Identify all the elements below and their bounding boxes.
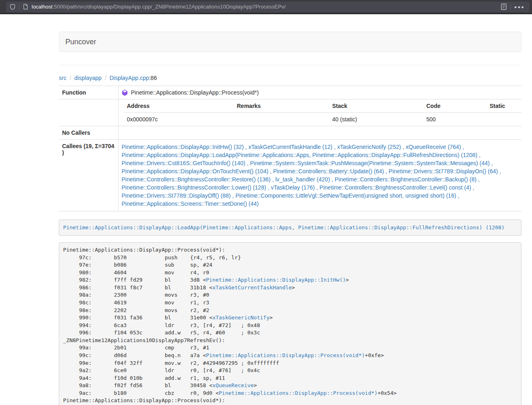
callee-link[interactable]: Pinetime::Applications::Screens::Timer::… [122, 200, 259, 207]
breadcrumb-link-displayapp[interactable]: displayapp [74, 75, 101, 81]
breadcrumb-separator: / [67, 75, 75, 81]
shield-icon [9, 4, 16, 10]
callee-line: Pinetime::Applications::DisplayApp::Load… [122, 151, 519, 159]
function-label: Function [59, 86, 118, 99]
asm-line: Pinetime::Applications::DisplayApp::Proc… [63, 246, 517, 254]
asm-symbol-link[interactable]: xQueueReceive [212, 382, 254, 388]
callee-line: Pinetime::Drivers::Cst816S::GetTouchInfo… [122, 159, 519, 167]
table-row-function: Function Pinetime::Applications::Display… [59, 86, 521, 99]
url-bar[interactable]: localhost:5000/path/src/displayapp/Displ… [6, 2, 530, 12]
browser-toolbar: localhost:5000/path/src/displayapp/Displ… [0, 0, 532, 14]
asm-symbol-link[interactable]: Pinetime::Applications::DisplayApp::Init… [206, 277, 346, 283]
asm-line: 9a4: f10d 010b add.w r1, sp, #11 [63, 375, 517, 382]
highlighted-callee-link[interactable]: Pinetime::Applications::DisplayApp::Load… [63, 224, 505, 231]
url-path: :5000/path/src/displayapp/DisplayApp.cpp… [52, 4, 286, 10]
function-table: Function Pinetime::Applications::Display… [59, 86, 521, 211]
col-remarks: Remarks [234, 99, 329, 113]
callee-link[interactable]: Pinetime::Drivers::St7789::DisplayOff() … [122, 192, 231, 199]
app-title-link[interactable]: Puncover [59, 38, 102, 46]
asm-line: 97c: b570 push {r4, r5, r6, lr} [63, 254, 517, 262]
table-row-callees: Callees (19, Σ=3704 ) Pinetime::Applicat… [59, 140, 521, 211]
asm-line: 98e: 2202 movs r2, #2 [63, 307, 517, 315]
toolbar-divider [19, 4, 19, 10]
asm-line: _ZN8Pinetime12Applications10DisplayApp7R… [63, 337, 517, 345]
callee-link[interactable]: xTaskGetCurrentTaskHandle (12) [248, 144, 332, 150]
callee-link[interactable]: Pinetime::Controllers::Battery::Update()… [273, 168, 384, 174]
asm-line: 9a8: f02f fd56 bl 30458 <xQueueReceive> [63, 382, 517, 390]
callee-link[interactable]: Pinetime::Applications::DisplayApp::OnTo… [122, 168, 269, 174]
callee-line: Pinetime::Drivers::St7789::DisplayOff() … [122, 192, 519, 200]
url-host: localhost [32, 4, 52, 10]
callee-link[interactable]: lv_task_handler (420) [275, 176, 330, 183]
callee-line: Pinetime::Applications::DisplayApp::Init… [122, 143, 519, 151]
callee-line: Pinetime::Applications::DisplayApp::OnTo… [122, 167, 519, 175]
package-icon [122, 90, 128, 96]
col-code: Code [423, 99, 487, 113]
asm-line: 97e: b086 sub sp, #24 [63, 261, 517, 269]
breadcrumb-line-number: :86 [149, 75, 157, 81]
asm-line: 98c: 4619 mov r1, r3 [63, 299, 517, 307]
callee-link[interactable]: Pinetime::Drivers::Cst816S::GetTouchInfo… [122, 160, 246, 166]
value-static [487, 113, 522, 126]
asm-line: 9a2: 6ce0 ldr r0, [r4, #76] ; 0x4c [63, 367, 517, 375]
asm-symbol-link[interactable]: Pinetime::Applications::DisplayApp::Proc… [206, 352, 365, 358]
asm-line: 982: f7ff fd29 bl 3d8 <Pinetime::Applica… [63, 276, 517, 284]
app-header: Puncover [59, 32, 521, 52]
callee-link[interactable]: vTaskDelay (176) [271, 184, 315, 191]
asm-line: 99c: d06d beq.n a7a <Pinetime::Applicati… [63, 352, 517, 360]
callee-link[interactable]: Pinetime::Controllers::BrightnessControl… [335, 176, 476, 183]
callees-label: Callees (19, Σ=3704 ) [59, 140, 118, 211]
asm-line: 990: f031 fa36 bl 31e00 <xTaskGenericNot… [63, 314, 517, 322]
callee-link[interactable]: Pinetime::Applications::DisplayApp::Load… [122, 152, 478, 158]
value-stack: 40 (static) [329, 113, 423, 126]
callee-link[interactable]: Pinetime::Controllers::BrightnessControl… [122, 176, 271, 183]
value-code: 500 [423, 113, 487, 126]
breadcrumb-link-src[interactable]: src [59, 75, 67, 81]
asm-line: 9ac: b180 cbz r0, 9d0 <Pinetime::Applica… [63, 390, 517, 397]
asm-line: 996: f104 053c add.w r5, r4, #60 ; 0x3c [63, 329, 517, 337]
callee-line: Pinetime::Controllers::BrightnessControl… [122, 183, 519, 192]
table-row-details: Address Remarks Stack Code Static 0x0000… [59, 99, 521, 126]
page-actions-menu[interactable]: ●●● [514, 4, 525, 9]
asm-symbol-link[interactable]: xTaskGenericNotify [212, 315, 269, 321]
details-table: Address Remarks Stack Code Static 0x0000… [124, 99, 522, 126]
col-address: Address [124, 99, 234, 113]
col-static: Static [487, 99, 522, 113]
asm-symbol-link[interactable]: xTaskGetCurrentTaskHandle [212, 284, 292, 291]
url-input[interactable]: localhost:5000/path/src/displayapp/Displ… [32, 4, 286, 10]
callee-link[interactable]: Pinetime::Controllers::BrightnessControl… [122, 184, 266, 191]
callee-link[interactable]: Pinetime::Applications::DisplayApp::Init… [122, 144, 244, 150]
asm-line: 99a: 2b01 cmp r3, #1 [63, 344, 517, 352]
callees-list: Pinetime::Applications::DisplayApp::Init… [118, 140, 521, 211]
reader-mode-icon[interactable] [500, 3, 507, 10]
disassembly-block: Pinetime::Applications::DisplayApp::Proc… [59, 242, 521, 405]
asm-line: 994: 6ca3 ldr r3, [r4, #72] ; 0x48 [63, 322, 517, 330]
breadcrumb: src / displayapp / DisplayApp.cpp:86 [59, 74, 521, 82]
divider-rule [59, 65, 521, 65]
callee-link[interactable]: Pinetime::System::SystemTask::PushMessag… [250, 160, 490, 166]
asm-symbol-link[interactable]: Pinetime::Applications::DisplayApp::Proc… [219, 390, 377, 396]
callee-line: Pinetime::Controllers::BrightnessControl… [122, 175, 519, 183]
col-stack: Stack [329, 99, 423, 113]
callee-link[interactable]: Pinetime::Drivers::St7789::DisplayOn() (… [389, 168, 498, 174]
callee-link[interactable]: Pinetime::Controllers::BrightnessControl… [319, 184, 471, 191]
table-row-no-callers: No Callers [59, 126, 521, 140]
value-address: 0x0000097c [124, 113, 234, 126]
function-name: Pinetime::Applications::DisplayApp::Proc… [131, 89, 259, 96]
breadcrumb-separator: / [101, 75, 110, 81]
asm-line: 986: f031 f8c7 bl 31b18 <xTaskGetCurrent… [63, 284, 517, 292]
no-callers-label: No Callers [59, 126, 118, 140]
highlighted-callee-block: Pinetime::Applications::DisplayApp::Load… [59, 220, 521, 236]
asm-line: Pinetime::Applications::DisplayApp::Proc… [63, 397, 517, 405]
value-remarks [234, 113, 329, 126]
toolbar-divider-2 [510, 4, 511, 10]
callee-link[interactable]: xTaskGenericNotify (252) [337, 144, 401, 150]
callee-link[interactable]: xQueueReceive (764) [406, 144, 461, 150]
asm-line: 980: 4604 mov r4, r0 [63, 269, 517, 277]
callee-line: Pinetime::Applications::Screens::Timer::… [122, 200, 519, 208]
asm-line: 99e: f04f 32ff mov.w r2, #4294967295 ; 0… [63, 360, 517, 367]
asm-line: 98a: 2300 movs r3, #0 [63, 291, 517, 299]
callee-link[interactable]: Pinetime::Components::LittleVgl::SetNewT… [235, 192, 456, 199]
page-container: Puncover src / displayapp / DisplayApp.c… [59, 32, 521, 405]
breadcrumb-link-DisplayApp.cpp[interactable]: DisplayApp.cpp [110, 75, 149, 81]
